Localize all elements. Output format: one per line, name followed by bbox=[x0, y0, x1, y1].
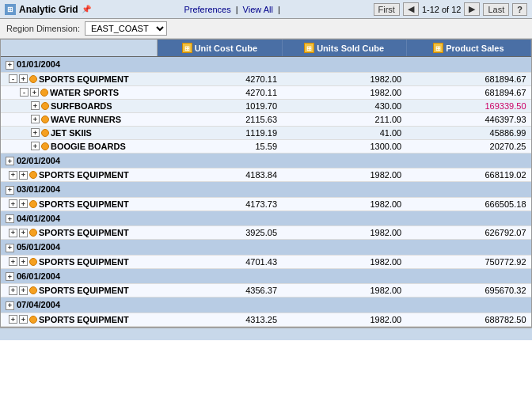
row-label-cell: ++SPORTS EQUIPMENT bbox=[1, 169, 158, 182]
date-expand-btn[interactable]: + bbox=[6, 157, 14, 165]
row-label-cell: -+SPORTS EQUIPMENT bbox=[1, 72, 158, 85]
date-row: +06/01/2004 bbox=[1, 268, 531, 284]
row-circle-icon bbox=[41, 116, 49, 123]
num-cell: 41.00 bbox=[282, 126, 406, 139]
expand-btn[interactable]: + bbox=[31, 142, 40, 150]
title-text: Analytic Grid bbox=[19, 4, 78, 15]
collapse-btn[interactable]: + bbox=[9, 315, 17, 324]
num-cell: 430.00 bbox=[282, 99, 406, 112]
num-cell: 4313.25 bbox=[158, 313, 282, 326]
row-label-text: SPORTS EQUIPMENT bbox=[39, 257, 129, 267]
expand-btn[interactable]: + bbox=[31, 128, 40, 137]
date-label: 03/01/2004 bbox=[17, 184, 60, 194]
first-button[interactable]: First bbox=[374, 3, 400, 16]
cell-label: ++SPORTS EQUIPMENT bbox=[6, 286, 153, 295]
expand-btn[interactable]: + bbox=[19, 257, 28, 266]
expand-btn[interactable]: + bbox=[19, 199, 28, 208]
row-label-text: WATER SPORTS bbox=[50, 88, 119, 97]
row-label-text: SPORTS EQUIPMENT bbox=[39, 286, 129, 295]
num-cell: 1982.00 bbox=[282, 197, 406, 210]
page-info: 1-12 of 12 bbox=[422, 5, 462, 14]
row-circle-icon bbox=[29, 258, 37, 266]
top-bar-links: Preferences | View All | bbox=[91, 5, 374, 14]
table-body: +01/01/2004-+SPORTS EQUIPMENT4270.111982… bbox=[1, 57, 531, 327]
prev-button[interactable]: ◀ bbox=[403, 2, 419, 16]
date-label: 05/01/2004 bbox=[17, 242, 60, 252]
date-label: 07/04/2004 bbox=[17, 300, 60, 309]
row-circle-icon bbox=[29, 171, 37, 179]
collapse-btn[interactable]: + bbox=[9, 199, 17, 208]
col-label-product-sales: Product Sales bbox=[446, 44, 504, 53]
row-label-text: JET SKIIS bbox=[51, 128, 92, 138]
num-cell: 15.59 bbox=[158, 139, 282, 153]
num-cell: 1982.00 bbox=[282, 255, 406, 268]
expand-btn[interactable]: + bbox=[19, 315, 28, 324]
row-label-cell: +SURFBOARDS bbox=[1, 99, 158, 112]
pagination: First ◀ 1-12 of 12 ▶ Last ? bbox=[374, 2, 527, 16]
num-cell: 695670.32 bbox=[406, 284, 530, 297]
table-row: ++SPORTS EQUIPMENT4183.841982.00668119.0… bbox=[1, 169, 531, 182]
num-cell: 45886.99 bbox=[406, 126, 530, 139]
preferences-link[interactable]: Preferences bbox=[184, 5, 230, 14]
table-row: -+WATER SPORTS4270.111982.00681894.67 bbox=[1, 85, 531, 99]
col-header-product-sales: ⊞ Product Sales bbox=[406, 40, 530, 57]
row-circle-icon bbox=[29, 316, 37, 324]
collapse-btn[interactable]: + bbox=[9, 171, 17, 180]
date-label: 01/01/2004 bbox=[17, 59, 60, 69]
col-label-unit-cost: Unit Cost Cube bbox=[195, 44, 257, 53]
num-cell: 626792.07 bbox=[406, 226, 530, 240]
cell-label: -+SPORTS EQUIPMENT bbox=[6, 74, 153, 84]
table-row: +SURFBOARDS1019.70430.00169339.50 bbox=[1, 99, 531, 112]
num-cell: 688782.50 bbox=[406, 313, 530, 326]
num-cell: 4173.73 bbox=[158, 197, 282, 210]
expand-btn[interactable]: + bbox=[30, 88, 39, 97]
row-label-text: SURFBOARDS bbox=[51, 101, 112, 111]
collapse-btn[interactable]: + bbox=[9, 229, 17, 237]
date-label: 04/01/2004 bbox=[17, 214, 60, 223]
table-row: -+SPORTS EQUIPMENT4270.111982.00681894.6… bbox=[1, 72, 531, 85]
expand-btn[interactable]: + bbox=[31, 101, 40, 110]
date-expand-btn[interactable]: + bbox=[6, 244, 14, 252]
last-button[interactable]: Last bbox=[483, 3, 509, 16]
expand-btn[interactable]: + bbox=[19, 286, 28, 295]
collapse-btn[interactable]: + bbox=[9, 286, 17, 295]
date-expand-btn[interactable]: + bbox=[6, 61, 14, 70]
expand-btn[interactable]: + bbox=[19, 171, 28, 180]
view-all-link[interactable]: View All bbox=[243, 5, 273, 14]
cell-label: -+WATER SPORTS bbox=[6, 88, 153, 97]
help-button[interactable]: ? bbox=[512, 3, 527, 16]
table-row: +BOOGIE BOARDS15.591300.0020270.25 bbox=[1, 139, 531, 153]
cell-label: ++SPORTS EQUIPMENT bbox=[6, 170, 153, 180]
date-expand-btn[interactable]: + bbox=[6, 214, 14, 223]
expand-btn[interactable]: + bbox=[31, 115, 40, 123]
row-label-cell: +JET SKIIS bbox=[1, 126, 158, 139]
collapse-btn[interactable]: - bbox=[20, 88, 28, 97]
row-label-text: SPORTS EQUIPMENT bbox=[39, 315, 129, 324]
bottom-bar bbox=[0, 328, 532, 340]
date-row: +04/01/2004 bbox=[1, 210, 531, 226]
row-label-cell: ++SPORTS EQUIPMENT bbox=[1, 255, 158, 268]
expand-btn[interactable]: + bbox=[19, 74, 28, 83]
cell-label: +SURFBOARDS bbox=[6, 101, 153, 111]
collapse-btn[interactable]: - bbox=[9, 74, 17, 83]
cell-label: ++SPORTS EQUIPMENT bbox=[6, 228, 153, 237]
region-label: Region Dimension: bbox=[6, 24, 80, 33]
date-expand-btn[interactable]: + bbox=[6, 186, 14, 195]
date-expand-btn[interactable]: + bbox=[6, 272, 14, 281]
row-circle-icon bbox=[40, 89, 48, 97]
row-circle-icon bbox=[41, 129, 49, 137]
row-circle-icon bbox=[41, 142, 49, 150]
row-label-text: SPORTS EQUIPMENT bbox=[39, 228, 129, 237]
row-circle-icon bbox=[41, 102, 49, 110]
num-cell: 1019.70 bbox=[158, 99, 282, 112]
collapse-btn[interactable]: + bbox=[9, 257, 17, 266]
date-expand-btn[interactable]: + bbox=[6, 301, 14, 310]
date-row: +07/04/2004 bbox=[1, 297, 531, 313]
date-row: +03/01/2004 bbox=[1, 182, 531, 198]
num-cell: 1300.00 bbox=[282, 139, 406, 153]
region-select[interactable]: EAST_COAST WEST_COAST CENTRAL bbox=[85, 21, 167, 36]
expand-btn[interactable]: + bbox=[19, 229, 28, 237]
next-button[interactable]: ▶ bbox=[464, 2, 480, 16]
col-icon-units-sold: ⊞ bbox=[304, 43, 314, 53]
num-cell: 20270.25 bbox=[406, 139, 530, 153]
